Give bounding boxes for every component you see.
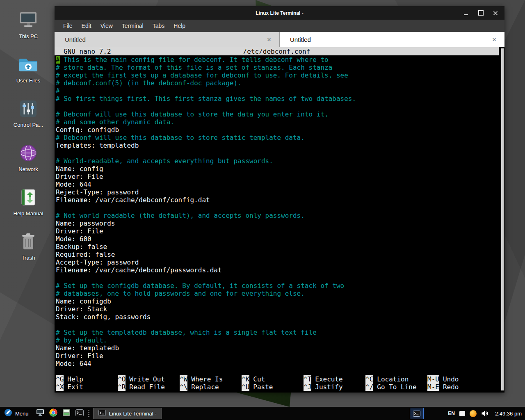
task-button-terminal[interactable]: Linux Lite Terminal - [93, 408, 162, 419]
terminal-line [56, 204, 504, 212]
shortcut-redo: M-ERedo [427, 383, 489, 391]
terminal-line: Name: templatedb [56, 344, 504, 352]
terminal-line: Filename: /var/cache/debconf/config.dat [56, 196, 504, 204]
tab-label: Untitled [290, 36, 489, 43]
tab-untitled-1[interactable]: Untitled × [55, 32, 280, 47]
terminal-line: Driver: File [56, 227, 504, 235]
shortcut-go-to-line: ^/Go To Line [365, 383, 427, 391]
nano-cursor: # [56, 56, 60, 64]
terminal-line: Name: config [56, 165, 504, 173]
shortcut-write-out: ^OWrite Out [118, 375, 180, 383]
terminal-line: # Set up the configdb database. By defau… [56, 282, 504, 290]
system-tray: EN 2:49:36 pm [410, 408, 525, 419]
show-desktop-launcher[interactable] [34, 407, 47, 420]
terminal-line: Driver: File [56, 352, 504, 360]
tab-label: Untitled [65, 36, 264, 43]
keyboard-icon[interactable] [459, 411, 465, 416]
menu-terminal[interactable]: Terminal [117, 20, 148, 32]
terminal-line: Stack: config, passwords [56, 313, 504, 321]
terminal-line: Name: configdb [56, 297, 504, 305]
menu-bar: File Edit View Terminal Tabs Help [55, 20, 504, 32]
menu-button[interactable]: Menu [0, 407, 34, 420]
control-panel-icon [19, 99, 37, 118]
maximize-icon[interactable] [477, 10, 484, 16]
menu-file[interactable]: File [59, 20, 77, 32]
terminal-icon [98, 410, 106, 418]
desktop-icon-label: User Files [16, 78, 41, 84]
terminal-line: Driver: Stack [56, 305, 504, 313]
volume-icon[interactable] [481, 410, 489, 417]
tab-untitled-2[interactable]: Untitled × [280, 32, 504, 47]
minimize-icon[interactable] [463, 10, 469, 16]
updates-notifier-icon[interactable] [470, 410, 477, 417]
trash-icon [20, 232, 37, 251]
terminal-window: Linux Lite Terminal - File Edit View Ter… [55, 6, 504, 393]
terminal-line: # Not world readable (the default), and … [56, 212, 504, 219]
terminal-line [56, 274, 504, 282]
terminal-line: Name: passwords [56, 219, 504, 227]
shortcut-help: ^GHelp [56, 375, 118, 383]
tab-close-icon[interactable]: × [264, 36, 274, 43]
shortcut-paste: ^UPaste [242, 383, 304, 391]
tray-active-window-icon[interactable] [410, 408, 424, 419]
desktop-icon-this-pc[interactable]: This PC [3, 11, 54, 39]
nano-version: GNU nano 7.2 [64, 48, 111, 55]
monitor-icon [36, 409, 44, 418]
terminal-content[interactable]: /etc/debconf.conf GNU nano 7.2 # This is… [55, 47, 504, 393]
terminal-icon [75, 409, 84, 418]
desktop-icon-help-manual[interactable]: Help Manual [3, 188, 54, 217]
terminal-line: # World-readable, and accepts everything… [56, 157, 504, 165]
chrome-launcher[interactable] [47, 407, 60, 420]
file-manager-launcher[interactable] [60, 407, 73, 420]
terminal-line: # store data. The format of this file is… [56, 64, 504, 71]
clock[interactable]: 2:49:36 pm [495, 411, 522, 417]
terminal-line [56, 149, 504, 157]
shortcut-justify: ^JJustify [304, 383, 365, 391]
chrome-icon [49, 409, 57, 418]
terminal-line: Driver: File [56, 173, 504, 180]
menu-help[interactable]: Help [169, 20, 190, 32]
computer-icon [19, 11, 38, 30]
shortcut-where-is: ^WWhere Is [180, 375, 242, 383]
terminal-line: Accept-Type: password [56, 258, 504, 266]
desktop-icon-user-files[interactable]: User Files [3, 55, 54, 84]
close-icon[interactable] [492, 10, 499, 16]
shortcut-undo: M-UUndo [427, 375, 489, 383]
tab-bar: Untitled × Untitled × [55, 32, 504, 47]
scrollbar[interactable] [501, 48, 504, 390]
desktop-icon-trash[interactable]: Trash [3, 232, 54, 261]
window-title: Linux Lite Terminal - [256, 10, 303, 16]
menu-tabs[interactable]: Tabs [148, 20, 169, 32]
desktop-icon-control-panel[interactable]: Control Pa... [3, 99, 54, 128]
nano-text-area[interactable]: # This is the main config file for debco… [55, 55, 504, 368]
keyboard-layout-indicator[interactable]: EN [448, 411, 455, 416]
desktop-icon-network[interactable]: Network [3, 144, 54, 172]
desktop-icon-label: Trash [22, 255, 35, 261]
shortcut-execute: ^TExecute [304, 375, 365, 383]
terminal-line: # [56, 87, 504, 95]
desktop-icon-label: Control Pa... [14, 122, 43, 128]
terminal-line: # databases, one to hold passwords and o… [56, 290, 504, 297]
window-titlebar[interactable]: Linux Lite Terminal - [55, 6, 504, 20]
terminal-line: # debconf.conf(5) (in the debconf-doc pa… [56, 79, 504, 87]
shortcut-location: ^CLocation [365, 375, 427, 383]
terminal-line: Mode: 644 [56, 360, 504, 368]
shortcut-cut: ^KCut [242, 375, 304, 383]
terminal-line: Mode: 644 [56, 180, 504, 188]
terminal-launcher[interactable] [73, 407, 86, 420]
menu-view[interactable]: View [96, 20, 117, 32]
task-button-label: Linux Lite Terminal - [109, 411, 157, 417]
terminal-line: Reject-Type: password [56, 188, 504, 196]
tab-close-icon[interactable]: × [489, 36, 500, 43]
terminal-line: Mode: 600 [56, 235, 504, 243]
menu-edit[interactable]: Edit [77, 20, 96, 32]
terminal-line: Required: false [56, 251, 504, 258]
desktop-icon-label: Network [18, 166, 38, 172]
desktop-icon-label: This PC [19, 33, 38, 39]
taskbar: Menu Linux Lite Terminal - EN [0, 407, 525, 420]
shortcut-exit: ^XExit [56, 383, 118, 391]
terminal-line: # and some other dynamic data. [56, 118, 504, 126]
file-manager-icon [62, 409, 71, 418]
terminal-line: # This is the main config file for debco… [56, 56, 504, 64]
user-files-folder-icon [19, 55, 38, 74]
